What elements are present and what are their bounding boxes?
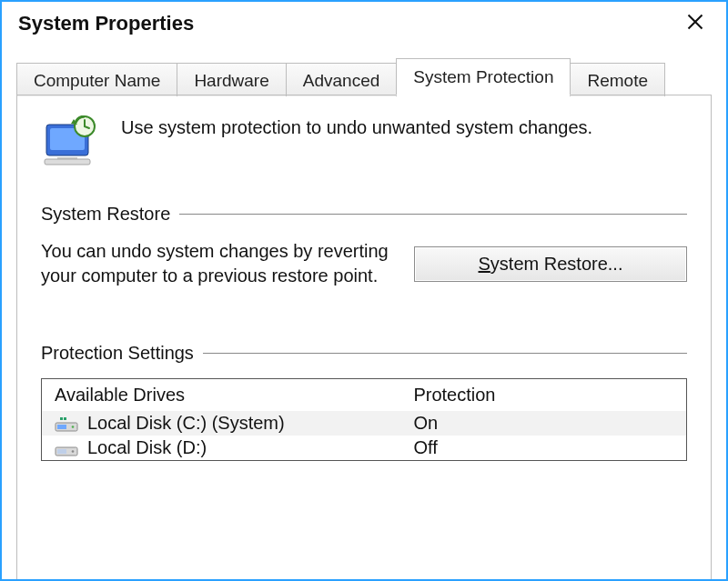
titlebar: System Properties [2,2,726,44]
group-header-system-restore: System Restore [41,204,687,225]
tab-advanced[interactable]: Advanced [286,63,398,96]
svg-rect-9 [60,417,63,420]
button-hotkey-char: S [479,254,490,274]
button-rest-text: ystem Restore... [490,254,623,274]
drives-table: Available Drives Protection Local D [41,378,687,461]
tabstrip: Computer Name Hardware Advanced System P… [16,58,712,95]
group-label-system-restore: System Restore [41,204,170,225]
window-title: System Properties [18,12,194,35]
svg-rect-10 [64,417,66,420]
svg-point-8 [72,426,75,428]
drive-protection-value: Off [413,437,673,458]
system-restore-description: You can undo system changes by reverting… [41,239,396,288]
column-header-available-drives: Available Drives [55,385,413,406]
tab-panel-system-protection: Use system protection to undo unwanted s… [16,95,712,581]
svg-rect-12 [57,449,66,454]
intro-row: Use system protection to undo unwanted s… [41,115,687,171]
svg-point-13 [72,450,75,453]
drive-protection-value: On [413,413,673,434]
column-header-protection: Protection [413,385,673,406]
drive-name: Local Disk (D:) [87,437,207,458]
tab-remote[interactable]: Remote [570,63,665,96]
group-divider [203,353,687,354]
system-restore-icon [41,115,103,171]
svg-rect-3 [45,159,90,165]
tab-system-protection[interactable]: System Protection [396,58,571,95]
system-restore-row: You can undo system changes by reverting… [41,239,687,288]
drives-table-header: Available Drives Protection [42,379,686,411]
close-button[interactable] [677,9,713,38]
drive-name: Local Disk (C:) (System) [87,413,285,434]
system-restore-button[interactable]: System Restore... [414,246,687,282]
tab-computer-name[interactable]: Computer Name [16,63,177,96]
svg-rect-7 [57,425,66,429]
disk-icon [55,439,78,457]
close-icon [686,13,704,35]
table-row[interactable]: Local Disk (C:) (System) On [42,411,686,436]
tab-hardware[interactable]: Hardware [177,63,286,96]
group-label-protection-settings: Protection Settings [41,343,194,364]
table-row[interactable]: Local Disk (D:) Off [42,436,686,460]
disk-system-icon [55,415,78,433]
group-divider [179,214,687,215]
system-properties-window: System Properties Computer Name Hardware… [0,0,728,581]
group-header-protection-settings: Protection Settings [41,343,687,364]
intro-text: Use system protection to undo unwanted s… [121,117,592,138]
